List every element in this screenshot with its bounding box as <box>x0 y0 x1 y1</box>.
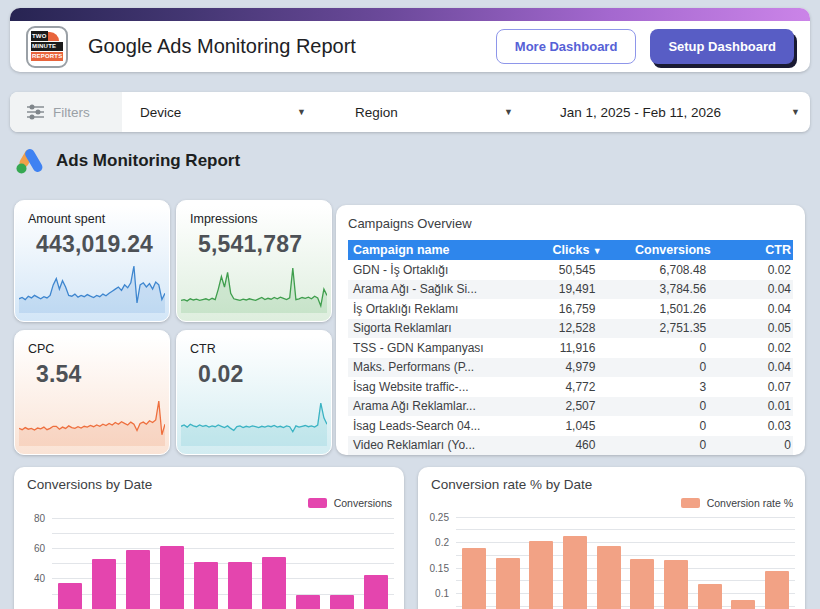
bar <box>330 595 354 609</box>
bar <box>92 559 116 609</box>
y-axis-tick-label: 0.2 <box>435 537 449 548</box>
table-row: Maks. Performans (P...4,97900.04 <box>348 358 793 378</box>
filters-label: Filters <box>53 105 90 120</box>
table-cell: 0.07 <box>726 377 793 397</box>
chevron-down-icon: ▼ <box>791 107 800 117</box>
table-cell: 0.02 <box>726 260 793 280</box>
bars-container <box>456 510 795 609</box>
table-cell: Arama Ağı - Sağlık Si... <box>348 280 535 300</box>
table-cell: Video Reklamları (Yo... <box>348 436 535 456</box>
header-card: TWO MINUTE REPORTS Google Ads Monitoring… <box>10 8 810 72</box>
sort-desc-icon: ▼ <box>593 246 602 256</box>
table-row: İsag Leads-Search 04...1,04500.03 <box>348 416 793 436</box>
chart-title: Conversion rate % by Date <box>431 477 592 492</box>
table-cell: 1,045 <box>535 416 620 436</box>
more-dashboard-button[interactable]: More Dashboard <box>496 29 637 64</box>
table-cell: 0.01 <box>726 397 793 417</box>
table-cell: TSS - GDN Kampanyası <box>348 338 535 358</box>
table-cell: İsag Website traffic-... <box>348 377 535 397</box>
bar <box>160 546 184 609</box>
bars-container <box>52 510 394 609</box>
header-actions: More Dashboard Setup Dashboard <box>496 29 794 64</box>
kpi-label: CTR <box>190 342 318 356</box>
bar <box>262 557 286 609</box>
column-header-campaign-name[interactable]: Campaign name <box>348 240 535 260</box>
table-cell: Sigorta Reklamları <box>348 319 535 339</box>
logo-quarter-circle <box>48 32 59 41</box>
bar <box>228 562 252 609</box>
bar <box>296 595 320 609</box>
kpi-sparkline-chart <box>181 394 327 446</box>
table-cell: 0.02 <box>726 338 793 358</box>
y-axis-tick-label: 0.15 <box>430 562 449 573</box>
chevron-down-icon: ▼ <box>504 107 513 117</box>
table-cell: 19,491 <box>535 280 620 300</box>
setup-dashboard-button[interactable]: Setup Dashboard <box>650 29 794 64</box>
table-cell: 11,916 <box>535 338 620 358</box>
table-cell: Arama Ağı Reklamlar... <box>348 397 535 417</box>
google-ads-icon <box>16 148 43 174</box>
column-header-ctr[interactable]: CTR <box>726 240 793 260</box>
kpi-sparkline-chart <box>19 394 165 446</box>
table-row: İş Ortaklığı Reklamı16,7591,501.260.04 <box>348 299 793 319</box>
bar <box>597 546 621 609</box>
campaigns-overview-card: Campaigns Overview Campaign nameClicks ▼… <box>336 205 805 455</box>
table-row: Video Reklamları (Yo...46000 <box>348 436 793 456</box>
bar <box>664 560 688 609</box>
table-cell: GDN - İş Ortaklığı <box>348 260 535 280</box>
section-header: Ads Monitoring Report <box>16 148 240 174</box>
bar <box>194 562 218 609</box>
kpi-value: 3.54 <box>36 361 156 388</box>
section-title: Ads Monitoring Report <box>56 151 240 171</box>
table-cell: 4,772 <box>535 377 620 397</box>
table-cell: 0 <box>619 358 726 378</box>
table-row: TSS - GDN Kampanyası11,91600.02 <box>348 338 793 358</box>
logo-row-1: TWO <box>31 31 63 41</box>
page-title: Google Ads Monitoring Report <box>88 35 356 58</box>
table-row: İsag Website traffic-...4,77230.07 <box>348 377 793 397</box>
filters-chip: Filters <box>10 92 122 132</box>
y-axis-tick-label: 0.1 <box>435 588 449 599</box>
logo-text-reports: REPORTS <box>31 52 63 61</box>
region-filter-dropdown[interactable]: Region ▼ <box>355 92 513 132</box>
device-filter-dropdown[interactable]: Device ▼ <box>140 92 306 132</box>
table-cell: İsag Leads-Search 04... <box>348 416 535 436</box>
bar <box>496 558 520 609</box>
date-range-value: Jan 1, 2025 - Feb 11, 2026 <box>560 105 721 120</box>
table-cell: 460 <box>535 436 620 456</box>
column-header-clicks[interactable]: Clicks ▼ <box>535 240 620 260</box>
bar <box>529 541 553 609</box>
table-cell: 0.04 <box>726 358 793 378</box>
kpi-card-cpc: CPC 3.54 <box>14 330 170 455</box>
y-axis-tick-label: 40 <box>34 573 45 584</box>
y-axis-tick-label: 60 <box>34 542 45 553</box>
table-row: Sigorta Reklamları12,5282,751.350.05 <box>348 319 793 339</box>
bar <box>765 571 789 609</box>
logo-text-two: TWO <box>31 31 48 41</box>
table-cell: Maks. Performans (P... <box>348 358 535 378</box>
table-cell: 0.04 <box>726 299 793 319</box>
table-cell: İş Ortaklığı Reklamı <box>348 299 535 319</box>
conversion-rate-by-date-chart-card: Conversion rate % by Date Conversion rat… <box>418 467 805 609</box>
table-cell: 0 <box>619 397 726 417</box>
filter-bar: Filters Device ▼ Region ▼ Jan 1, 2025 - … <box>10 92 810 132</box>
table-cell: 0 <box>619 416 726 436</box>
kpi-label: Impressions <box>190 212 318 226</box>
kpi-label: Amount spent <box>28 212 156 226</box>
table-cell: 0 <box>619 338 726 358</box>
column-header-conversions[interactable]: Conversions <box>619 240 726 260</box>
y-axis-tick-label: 80 <box>34 512 45 523</box>
table-cell: 2,751.35 <box>619 319 726 339</box>
table-row: GDN - İş Ortaklığı50,5456,708.480.02 <box>348 260 793 280</box>
chart-legend: Conversion rate % <box>681 497 793 509</box>
kpi-sparkline-chart <box>181 261 327 313</box>
device-filter-label: Device <box>140 105 181 120</box>
date-range-filter[interactable]: Jan 1, 2025 - Feb 11, 2026 ▼ <box>560 92 800 132</box>
bar <box>563 536 587 609</box>
table-cell: 0 <box>619 436 726 456</box>
table-cell: 0.05 <box>726 319 793 339</box>
table-cell: 3,784.56 <box>619 280 726 300</box>
bar <box>698 584 722 609</box>
campaigns-overview-title: Campaigns Overview <box>348 216 793 231</box>
kpi-value: 443,019.24 <box>36 231 156 258</box>
